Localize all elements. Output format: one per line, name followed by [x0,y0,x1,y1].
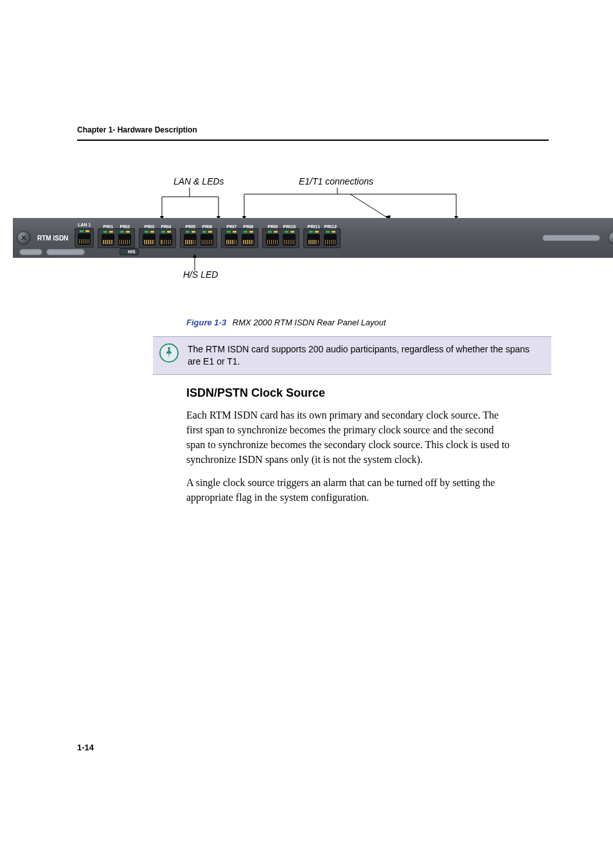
rj45-port-icon [184,234,197,246]
tray-icon [19,249,42,255]
pri-port: PRI5 [184,231,197,246]
pri-port-group: PRI11PRI12 [303,228,341,248]
rj45-port-icon [118,234,131,246]
tray-icon [542,235,600,241]
pri-port: PRI7 [225,231,238,246]
pri-port-group: PRI9PRI10 [262,228,299,248]
panel-diagram: LAN & LEDs E1/T1 connections [77,176,549,311]
rj45-port-icon [143,234,155,246]
section-heading: ISDN/PSTN Clock Source [186,386,549,400]
e1t1-label: E1/T1 connections [299,176,373,186]
pri-port: PRI1 [102,231,114,246]
leader-line-e1t1 [238,188,469,221]
pri-port: PRI12 [324,231,337,246]
rj45-port-icon [78,233,91,245]
hs-led-indicator: H/S [120,248,139,255]
rj45-port-icon [225,234,238,246]
pri-port-label: PRI7 [227,224,237,229]
pri-port-label: PRI3 [145,224,155,229]
figure-number: Figure 1-3 [186,318,226,327]
leader-line-lan [154,188,238,221]
pri-port-label: PRI11 [308,224,320,229]
hs-led-label: H/S LED [183,269,218,280]
pri-port-label: PRI2 [120,224,130,229]
note-text: The RTM ISDN card supports 200 audio par… [188,343,542,368]
pri-port-group: PRI1PRI2 [98,228,135,248]
screw-icon: ✕ [608,231,613,245]
svg-line-12 [350,194,389,219]
rj45-port-icon [324,234,337,246]
lan-leds-label: LAN & LEDs [173,176,224,186]
panel-title: RTM ISDN [37,235,68,242]
pri-port-label: PRI12 [324,224,337,229]
body-paragraph: Each RTM ISDN card has its own primary a… [186,408,510,467]
tray-icon [46,249,85,255]
pri-port: PRI6 [200,231,213,246]
pri-port-label: PRI6 [202,224,213,229]
pri-port: PRI4 [159,231,172,246]
rtm-isdn-panel: ✕ RTM ISDN LAN 1 PRI1PRI2PRI3PRI4PRI5PRI… [13,218,613,258]
pri-port: PRI8 [242,231,254,246]
header-rule [77,140,549,141]
note-block: The RTM ISDN card supports 200 audio par… [153,336,551,375]
pri-port-label: PRI10 [283,224,296,229]
pri-port: PRI9 [266,231,279,246]
rj45-port-icon [159,234,172,246]
page: Chapter 1- Hardware Description LAN & LE… [0,0,613,868]
figure-caption: Figure 1-3 RMX 2000 RTM ISDN Rear Panel … [186,318,549,327]
pushpin-icon [159,343,179,363]
pri-port: PRI3 [143,231,155,246]
rj45-port-icon [200,234,213,246]
rj45-port-icon [242,234,254,246]
pri-port-label: PRI4 [161,224,172,229]
chapter-header: Chapter 1- Hardware Description [77,125,549,134]
pri-port-label: PRI1 [103,224,114,229]
pri-port-label: PRI9 [268,224,278,229]
figure-text: RMX 2000 RTM ISDN Rear Panel Layout [233,318,386,327]
pri-port: PRI2 [118,231,131,246]
page-number: 1-14 [77,743,94,752]
pri-port-label: PRI8 [244,224,254,229]
pri-port-group: PRI5PRI6 [180,228,217,248]
rj45-port-icon [307,234,320,246]
rj45-port-icon [102,234,114,246]
hs-text: H/S [128,249,136,254]
body-paragraph: A single clock source triggers an alarm … [186,475,510,505]
lan-port-label: LAN 1 [78,222,91,227]
pri-port: PRI10 [283,231,296,246]
lan-port-box: LAN 1 [75,228,94,248]
screw-icon: ✕ [17,231,31,245]
pri-port-group: PRI3PRI4 [139,228,176,248]
pri-port-group: PRI7PRI8 [221,228,258,248]
pri-port-label: PRI5 [186,224,196,229]
rj45-port-icon [266,234,279,246]
pri-port: PRI11 [307,231,320,246]
rj45-port-icon [283,234,296,246]
